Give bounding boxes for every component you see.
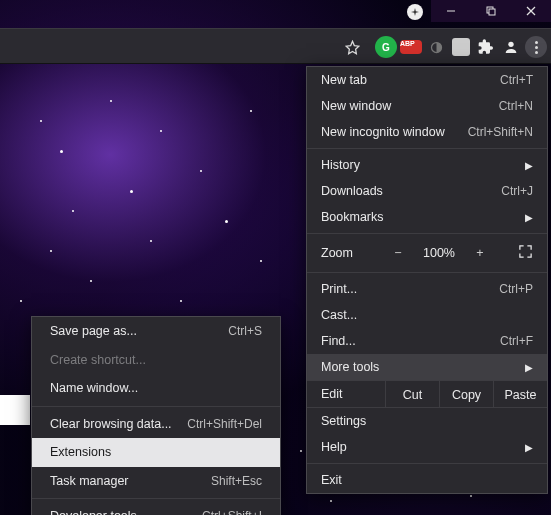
menu-new-window[interactable]: New window Ctrl+N bbox=[307, 93, 547, 119]
submenu-name-window[interactable]: Name window... bbox=[32, 374, 280, 403]
menu-history[interactable]: History ▶ bbox=[307, 152, 547, 178]
menu-downloads[interactable]: Downloads Ctrl+J bbox=[307, 178, 547, 204]
zoom-label: Zoom bbox=[321, 246, 381, 260]
menu-more-tools[interactable]: More tools ▶ bbox=[307, 354, 547, 380]
menu-new-tab[interactable]: New tab Ctrl+T bbox=[307, 67, 547, 93]
profile-icon[interactable] bbox=[500, 36, 522, 58]
close-button[interactable] bbox=[511, 0, 551, 22]
bookmark-star-icon[interactable] bbox=[341, 36, 363, 58]
extension-icon-3[interactable] bbox=[425, 36, 447, 58]
menu-cast[interactable]: Cast... bbox=[307, 302, 547, 328]
chevron-right-icon: ▶ bbox=[517, 442, 533, 453]
menu-find[interactable]: Find... Ctrl+F bbox=[307, 328, 547, 354]
zoom-percent: 100% bbox=[415, 246, 463, 260]
menu-bookmarks[interactable]: Bookmarks ▶ bbox=[307, 204, 547, 230]
fullscreen-icon[interactable] bbox=[518, 244, 533, 262]
copy-button[interactable]: Copy bbox=[439, 381, 493, 407]
edit-label: Edit bbox=[307, 387, 385, 401]
menu-item-label: New tab bbox=[321, 73, 500, 87]
more-tools-submenu: Save page as... Ctrl+S Create shortcut..… bbox=[31, 316, 281, 515]
menu-exit[interactable]: Exit bbox=[307, 467, 547, 493]
cut-button[interactable]: Cut bbox=[385, 381, 439, 407]
menu-print[interactable]: Print... Ctrl+P bbox=[307, 276, 547, 302]
maximize-button[interactable] bbox=[471, 0, 511, 22]
abp-extension-icon[interactable]: ABP bbox=[400, 36, 422, 58]
chevron-right-icon: ▶ bbox=[517, 362, 533, 373]
browser-toolbar: G ABP bbox=[0, 28, 551, 64]
extension-icon-4[interactable] bbox=[450, 36, 472, 58]
chevron-right-icon: ▶ bbox=[517, 160, 533, 171]
submenu-clear-browsing-data[interactable]: Clear browsing data... Ctrl+Shift+Del bbox=[32, 410, 280, 439]
submenu-create-shortcut: Create shortcut... bbox=[32, 346, 280, 375]
menu-new-incognito[interactable]: New incognito window Ctrl+Shift+N bbox=[307, 119, 547, 145]
submenu-task-manager[interactable]: Task manager Shift+Esc bbox=[32, 467, 280, 496]
menu-zoom-row: Zoom − 100% + bbox=[307, 237, 547, 269]
svg-point-6 bbox=[508, 42, 513, 47]
main-menu: New tab Ctrl+T New window Ctrl+N New inc… bbox=[306, 66, 548, 494]
minimize-button[interactable] bbox=[431, 0, 471, 22]
submenu-save-page[interactable]: Save page as... Ctrl+S bbox=[32, 317, 280, 346]
extensions-puzzle-icon[interactable] bbox=[475, 36, 497, 58]
notification-badge[interactable] bbox=[407, 4, 423, 20]
menu-help[interactable]: Help ▶ bbox=[307, 434, 547, 460]
menu-settings[interactable]: Settings bbox=[307, 408, 547, 434]
g-extension-icon[interactable]: G bbox=[375, 36, 397, 58]
menu-kebab-button[interactable] bbox=[525, 36, 547, 58]
paste-button[interactable]: Paste bbox=[493, 381, 547, 407]
menu-edit-row: Edit Cut Copy Paste bbox=[307, 380, 547, 408]
menu-shortcut: Ctrl+T bbox=[500, 73, 533, 87]
zoom-out-button[interactable]: − bbox=[381, 246, 415, 260]
submenu-extensions[interactable]: Extensions bbox=[32, 438, 280, 467]
zoom-in-button[interactable]: + bbox=[463, 246, 497, 260]
chevron-right-icon: ▶ bbox=[517, 212, 533, 223]
svg-rect-2 bbox=[489, 9, 495, 15]
submenu-developer-tools[interactable]: Developer tools Ctrl+Shift+I bbox=[32, 502, 280, 515]
